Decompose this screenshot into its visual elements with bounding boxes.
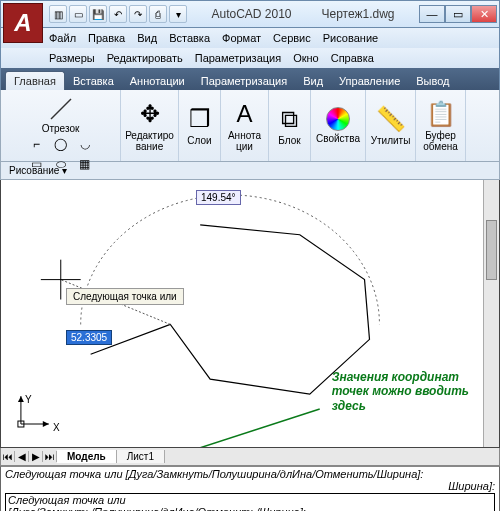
color-wheel-icon [326,107,350,131]
cmd-history-2: Ширина]: [5,480,495,492]
menu-edit[interactable]: Правка [88,32,125,44]
tab-nav-prev[interactable]: ◀ [15,451,29,462]
polyline-tool[interactable]: ⌐ [25,134,49,154]
qat-redo-button[interactable]: ↷ [129,5,147,23]
modify-label: Редактиро вание [125,130,174,152]
command-input[interactable]: Следующая точка или [Дуга/Замкнуть/Полуш… [5,493,495,511]
layers-icon: ❒ [189,105,211,133]
qat-save-button[interactable]: 💾 [89,5,107,23]
tab-nav-next[interactable]: ▶ [29,451,43,462]
panel-clipboard[interactable]: 📋 Буфер обмена [416,90,466,161]
command-tooltip: Следующая точка или [66,288,184,305]
qat-undo-button[interactable]: ↶ [109,5,127,23]
svg-marker-7 [18,396,24,402]
close-button[interactable]: ✕ [471,5,497,23]
panel-block[interactable]: ⧉ Блок [269,90,311,161]
tab-insert[interactable]: Вставка [65,72,122,90]
menu-dims[interactable]: Размеры [49,52,95,64]
app-title: AutoCAD 2010 [211,7,291,21]
ucs-y-label: Y [25,394,32,405]
qat-print-button[interactable]: ⎙ [149,5,167,23]
menu-view[interactable]: Вид [137,32,157,44]
menu-bar-2: Размеры Редактировать Параметризация Окн… [0,48,500,68]
qat-new-button[interactable]: ▥ [49,5,67,23]
command-window[interactable]: Следующая точка или [Дуга/Замкнуть/Полуш… [0,466,500,511]
tab-model[interactable]: Модель [57,450,117,463]
move-icon: ✥ [140,100,160,128]
panel-layers[interactable]: ❒ Слои [179,90,221,161]
panel-props[interactable]: Свойства [311,90,366,161]
menu-format[interactable]: Формат [222,32,261,44]
quick-access-toolbar: ▥ ▭ 💾 ↶ ↷ ⎙ ▾ [49,5,187,23]
menu-insert[interactable]: Вставка [169,32,210,44]
line-icon [47,95,75,123]
tab-output[interactable]: Вывод [408,72,457,90]
tab-sheet1[interactable]: Лист1 [117,450,165,463]
annot-label: Аннота ции [228,130,261,152]
line-label: Отрезок [42,123,80,134]
menu-modify[interactable]: Редактировать [107,52,183,64]
block-label: Блок [278,135,300,146]
arc-tool[interactable]: ◡ [73,134,97,154]
panel-draw: Отрезок ⌐ ◯ ◡ ▭ ⬭ ▦ [1,90,121,161]
drawing-canvas[interactable]: 149.54° Следующая точка или 52.3305 Знач… [0,180,500,448]
rect-tool[interactable]: ▭ [25,154,49,174]
tab-annot[interactable]: Аннотации [122,72,193,90]
measure-icon: 📏 [376,105,406,133]
maximize-button[interactable]: ▭ [445,5,471,23]
paste-icon: 📋 [426,100,456,128]
ribbon-body: Отрезок ⌐ ◯ ◡ ▭ ⬭ ▦ ✥ Редактиро вание ❒ … [0,90,500,162]
tab-manage[interactable]: Управление [331,72,408,90]
qat-dropdown[interactable]: ▾ [169,5,187,23]
panel-utils[interactable]: 📏 Утилиты [366,90,416,161]
minimize-button[interactable]: — [419,5,445,23]
menu-window[interactable]: Окно [293,52,319,64]
instruction-annotation: Значения координат точек можно вводить з… [332,370,469,413]
vertical-scrollbar[interactable] [483,180,499,447]
text-icon: A [236,100,252,128]
clip-label: Буфер обмена [423,130,458,152]
tab-home[interactable]: Главная [5,71,65,90]
qat-open-button[interactable]: ▭ [69,5,87,23]
panel-modify[interactable]: ✥ Редактиро вание [121,90,179,161]
block-icon: ⧉ [281,105,298,133]
menu-help[interactable]: Справка [331,52,374,64]
tab-param[interactable]: Параметризация [193,72,295,90]
ribbon-tabs: Главная Вставка Аннотации Параметризация… [0,68,500,90]
angle-readout: 149.54° [196,190,241,205]
panel-annot[interactable]: A Аннота ции [221,90,269,161]
menu-bar-1: Файл Правка Вид Вставка Формат Сервис Ри… [0,28,500,48]
ellipse-tool[interactable]: ⬭ [49,154,73,174]
title-bar: ▥ ▭ 💾 ↶ ↷ ⎙ ▾ AutoCAD 2010 Чертеж1.dwg —… [0,0,500,28]
hatch-tool[interactable]: ▦ [73,154,97,174]
circle-tool[interactable]: ◯ [49,134,73,154]
ucs-x-label: X [53,422,60,433]
svg-line-4 [150,409,319,447]
layout-tabs: ⏮ ◀ ▶ ⏭ Модель Лист1 [0,448,500,466]
tab-view[interactable]: Вид [295,72,331,90]
document-title: Чертеж1.dwg [322,7,395,21]
distance-input[interactable]: 52.3305 [66,330,112,345]
tab-nav-last[interactable]: ⏭ [43,451,57,462]
line-tool[interactable]: Отрезок [41,94,81,134]
menu-file[interactable]: Файл [49,32,76,44]
app-logo[interactable]: A [3,3,43,43]
tab-nav-first[interactable]: ⏮ [1,451,15,462]
svg-line-0 [51,99,71,119]
svg-marker-9 [43,421,49,427]
layers-label: Слои [187,135,211,146]
cmd-history-1: Следующая точка или [Дуга/Замкнуть/Полуш… [5,468,495,480]
props-label: Свойства [316,133,360,144]
menu-param[interactable]: Параметризация [195,52,281,64]
menu-service[interactable]: Сервис [273,32,311,44]
menu-draw[interactable]: Рисование [323,32,378,44]
utils-label: Утилиты [371,135,411,146]
